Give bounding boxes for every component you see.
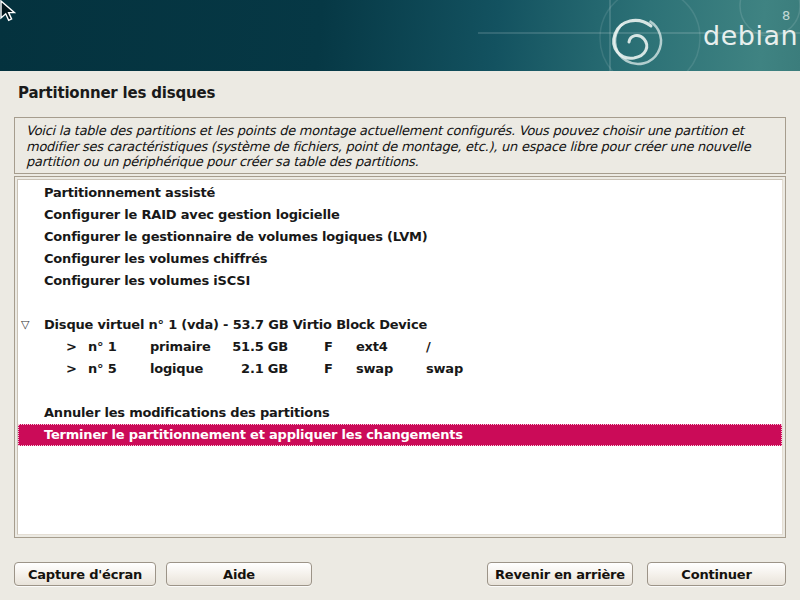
partition-list-frame: Partitionnement assisté Configurer le RA… <box>14 176 786 538</box>
screenshot-button[interactable]: Capture d'écran <box>14 562 156 586</box>
partition-number: n° 5 <box>88 358 117 380</box>
partition-mountpoint: swap <box>426 358 463 380</box>
list-item-configure-encrypted[interactable]: Configurer les volumes chiffrés <box>18 248 782 270</box>
list-item-undo-changes[interactable]: Annuler les modifications des partitions <box>18 402 782 424</box>
partition-marker-icon: > <box>66 336 77 358</box>
list-spacer <box>18 380 782 402</box>
partition-flag: F <box>324 358 333 380</box>
list-item-configure-lvm[interactable]: Configurer le gestionnaire de volumes lo… <box>18 226 782 248</box>
banner-decoration <box>0 0 800 71</box>
partition-filesystem: swap <box>356 358 393 380</box>
partition-flag: F <box>324 336 333 358</box>
partition-size: 51.5 GB <box>208 336 288 358</box>
continue-button[interactable]: Continuer <box>647 562 786 586</box>
partition-size: 2.1 GB <box>208 358 288 380</box>
partition-list[interactable]: Partitionnement assisté Configurer le RA… <box>17 179 783 535</box>
debian-wordmark: debian <box>703 22 798 49</box>
list-item-configure-raid[interactable]: Configurer le RAID avec gestion logiciel… <box>18 204 782 226</box>
partition-type: logique <box>150 358 203 380</box>
debian-swirl-logo-icon <box>607 10 670 71</box>
partition-marker-icon: > <box>66 358 77 380</box>
partition-filesystem: ext4 <box>356 336 388 358</box>
partition-number: n° 1 <box>88 336 117 358</box>
expander-down-icon[interactable]: ▽ <box>21 314 29 336</box>
partition-mountpoint: / <box>426 336 431 358</box>
list-spacer <box>18 292 782 314</box>
list-item-finish-partitioning[interactable]: Terminer le partitionnement et appliquer… <box>18 424 782 446</box>
list-item-configure-iscsi[interactable]: Configurer les volumes iSCSI <box>18 270 782 292</box>
page-title: Partitionner les disques <box>18 84 215 102</box>
installer-window: debian 8 Partitionner les disques Voici … <box>0 0 800 600</box>
partition-row-5[interactable]: > n° 5 logique 2.1 GB F swap swap <box>18 358 782 380</box>
help-button[interactable]: Aide <box>166 562 312 586</box>
banner: debian 8 <box>0 0 800 71</box>
mouse-cursor-icon <box>0 0 16 22</box>
debian-version: 8 <box>782 9 790 22</box>
disk-label: Disque virtuel n° 1 (vda) - 53.7 GB Virt… <box>44 317 427 332</box>
go-back-button[interactable]: Revenir en arrière <box>487 562 633 586</box>
description-box: Voici la table des partitions et les poi… <box>14 117 786 174</box>
list-item-guided-partitioning[interactable]: Partitionnement assisté <box>18 182 782 204</box>
partition-type: primaire <box>150 336 211 358</box>
partition-row-1[interactable]: > n° 1 primaire 51.5 GB F ext4 / <box>18 336 782 358</box>
disk-row[interactable]: ▽ Disque virtuel n° 1 (vda) - 53.7 GB Vi… <box>18 314 782 336</box>
